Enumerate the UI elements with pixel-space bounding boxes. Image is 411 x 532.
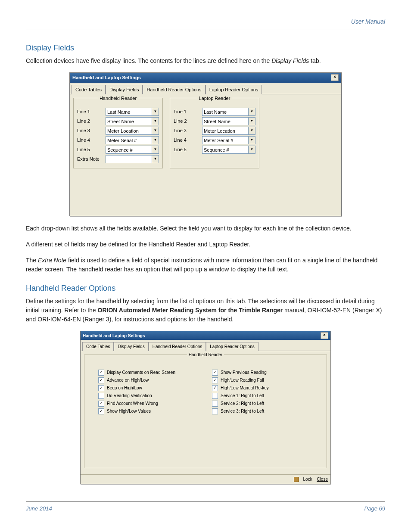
s2-bold: ORION Automated Meter Reading System for… — [98, 307, 283, 314]
tab-laptop-reader-options[interactable]: Laptop Reader Options — [206, 342, 258, 351]
dialog2-body: Handheld Reader ✓Display Comments on Rea… — [81, 351, 330, 474]
section1-p3: A different set of fields may be defined… — [26, 240, 385, 249]
tab-laptop-reader-options[interactable]: Laptop Reader Options — [206, 85, 262, 95]
checkbox[interactable]: ✓ — [212, 385, 218, 391]
tab-display-fields[interactable]: Display Fields — [106, 85, 143, 95]
laptop-line-label: LIne 2 — [174, 118, 198, 125]
chevron-down-icon[interactable]: ▼ — [152, 146, 159, 153]
dialog1-tabrow: Code Tables Display Fields Handheld Read… — [70, 83, 341, 95]
handheld-line-label: Line 3 — [77, 127, 101, 134]
option-row: Do Reading Verification — [98, 392, 199, 399]
handheld-line-label: Line 4 — [77, 137, 101, 144]
chevron-down-icon[interactable]: ▼ — [248, 146, 255, 153]
option-row: Service 3: Right to Left — [212, 408, 313, 414]
lock-button[interactable]: Lock — [290, 477, 312, 482]
option-row: ✓Show Previous Reading — [212, 369, 313, 376]
checkbox[interactable]: ✓ — [98, 401, 104, 407]
lock-icon — [294, 477, 299, 482]
handheld-line-dropdown[interactable]: Meter Location▼ — [106, 127, 159, 135]
laptop-line-row: LIne 2Street Name▼ — [174, 117, 255, 125]
intro-italic: Display Fields — [271, 57, 309, 64]
handheld-line-value: Street Name — [106, 118, 152, 125]
dialog2-title: Handheld and Laptop Settings — [83, 333, 145, 339]
laptop-line-label: Line 5 — [174, 146, 198, 153]
checkbox[interactable] — [212, 401, 218, 407]
p4-pre: The — [26, 257, 38, 264]
checkbox[interactable]: ✓ — [98, 370, 104, 376]
checkbox[interactable] — [98, 393, 104, 399]
handheld-line-value — [106, 156, 152, 163]
dialog1-body: Handheld Reader Line 1Last Name▼Line 2St… — [70, 94, 341, 216]
handheld-line-row: Extra Note▼ — [77, 155, 159, 163]
section2-title: Handheld Reader Options — [26, 283, 385, 294]
laptop-legend: Laptop Reader — [197, 95, 232, 102]
close-button[interactable]: Close — [317, 477, 328, 482]
laptop-line-value: Street Name — [202, 118, 248, 125]
chevron-down-icon[interactable]: ▼ — [248, 137, 255, 144]
tab-code-tables[interactable]: Code Tables — [82, 342, 114, 351]
intro-post: tab. — [309, 57, 321, 64]
laptop-line-dropdown[interactable]: Meter Serial #▼ — [202, 136, 255, 144]
laptop-line-row: Line 1Last Name▼ — [174, 108, 255, 116]
option-row: Service 1: Right to Left — [212, 392, 313, 399]
option-row: ✓Advance on High/Low — [98, 377, 199, 383]
handheld-line-dropdown[interactable]: ▼ — [106, 155, 159, 163]
chevron-down-icon[interactable]: ▼ — [152, 156, 159, 163]
dialog1-title: Handheld and Laptop Settings — [72, 74, 141, 81]
section1-p4: The Extra Note field is used to define a… — [26, 256, 385, 274]
checkbox[interactable]: ✓ — [98, 408, 104, 414]
laptop-line-row: Line 4Meter Serial #▼ — [174, 136, 255, 144]
handheld-line-label: Line 2 — [77, 118, 101, 125]
tab-display-fields[interactable]: Display Fields — [114, 342, 148, 351]
page-header-right: User Manual — [26, 17, 385, 29]
handheld-line-label: Line 5 — [77, 146, 101, 153]
tab-code-tables[interactable]: Code Tables — [72, 85, 106, 95]
laptop-line-dropdown[interactable]: Meter Location▼ — [202, 127, 255, 135]
option-label: Find Account When Wrong — [107, 400, 158, 407]
chevron-down-icon[interactable]: ▼ — [248, 108, 255, 115]
checkbox[interactable] — [212, 393, 218, 399]
laptop-line-row: Line 3Meter Location▼ — [174, 127, 255, 135]
section2-p1: Define the settings for the handheld by … — [26, 297, 385, 324]
laptop-line-label: Line 4 — [174, 137, 198, 144]
option-label: Show High/Low Values — [107, 408, 151, 414]
dialog2-titlebar: Handheld and Laptop Settings × — [81, 331, 330, 340]
tab-handheld-reader-options[interactable]: Handheld Reader Options — [149, 342, 206, 351]
chevron-down-icon[interactable]: ▼ — [248, 127, 255, 134]
group-legend: Handheld Reader — [187, 352, 224, 358]
dialog2-tabrow: Code Tables Display Fields Handheld Read… — [81, 340, 330, 351]
handheld-line-dropdown[interactable]: Meter Serial #▼ — [106, 136, 159, 144]
option-label: Display Comments on Read Screen — [107, 369, 175, 376]
p4-post: field is used to define a field of speci… — [26, 257, 377, 273]
laptop-line-row: Line 5Sequence #▼ — [174, 146, 255, 154]
footer-right: Page 69 — [364, 504, 385, 513]
option-label: Advance on High/Low — [107, 377, 149, 383]
laptop-reader-group: Laptop Reader Line 1Last Name▼LIne 2Stre… — [170, 98, 259, 168]
laptop-line-dropdown[interactable]: Street Name▼ — [202, 117, 255, 125]
chevron-down-icon[interactable]: ▼ — [248, 118, 255, 125]
checkbox[interactable]: ✓ — [98, 377, 104, 383]
laptop-line-dropdown[interactable]: Last Name▼ — [202, 108, 255, 116]
checkbox[interactable]: ✓ — [212, 370, 218, 376]
checkbox[interactable]: ✓ — [98, 385, 104, 391]
option-label: Beep on High/Low — [107, 385, 142, 391]
handheld-line-dropdown[interactable]: Street Name▼ — [106, 117, 159, 125]
chevron-down-icon[interactable]: ▼ — [152, 127, 159, 134]
handheld-line-value: Last Name — [106, 108, 152, 115]
close-icon[interactable]: × — [321, 332, 328, 339]
handheld-line-dropdown[interactable]: Sequence #▼ — [106, 146, 159, 154]
laptop-line-dropdown[interactable]: Sequence #▼ — [202, 146, 255, 154]
section1-p2: Each drop-down list shows all the fields… — [26, 224, 385, 233]
handheld-legend: Handheld Reader — [98, 95, 138, 102]
checkbox[interactable]: ✓ — [212, 377, 218, 383]
dialog2-footer: Lock Close — [81, 474, 330, 484]
chevron-down-icon[interactable]: ▼ — [152, 137, 159, 144]
handheld-line-row: Line 1Last Name▼ — [77, 108, 159, 116]
checkbox[interactable] — [212, 408, 218, 414]
tab-handheld-reader-options[interactable]: Handheld Reader Options — [143, 85, 205, 95]
dialog-display-fields: Handheld and Laptop Settings × Code Tabl… — [69, 72, 342, 216]
handheld-line-dropdown[interactable]: Last Name▼ — [106, 108, 159, 116]
close-icon[interactable]: × — [331, 74, 339, 81]
chevron-down-icon[interactable]: ▼ — [152, 108, 159, 115]
chevron-down-icon[interactable]: ▼ — [152, 118, 159, 125]
